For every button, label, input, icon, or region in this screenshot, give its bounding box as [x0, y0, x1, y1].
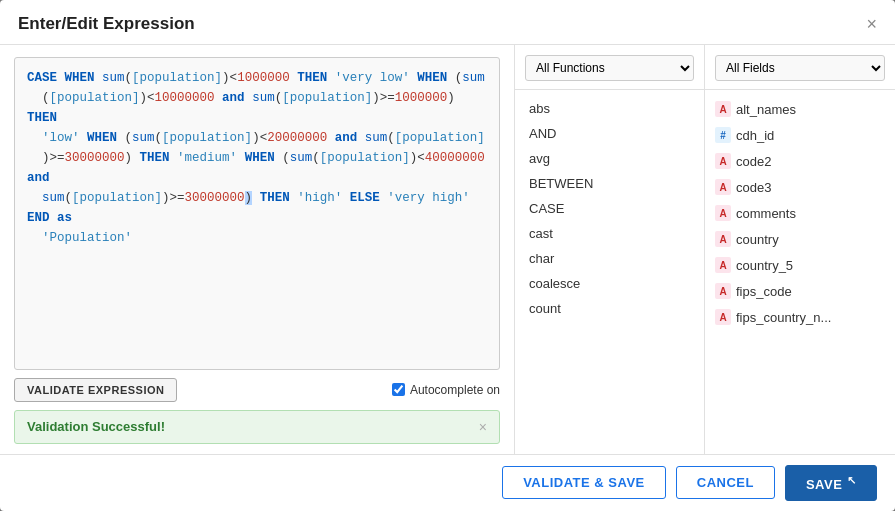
- field-type-icon-text: A: [715, 153, 731, 169]
- editor-bottom: VALIDATE EXPRESSION Autocomplete on: [14, 378, 500, 402]
- field-type-icon-num: #: [715, 127, 731, 143]
- field-item-cdh-id[interactable]: # cdh_id: [705, 122, 895, 148]
- function-item-char[interactable]: char: [515, 246, 704, 271]
- save-label: SAVE: [806, 477, 842, 492]
- field-name-comments: comments: [736, 206, 796, 221]
- function-item-between[interactable]: BETWEEN: [515, 171, 704, 196]
- function-item-avg[interactable]: avg: [515, 146, 704, 171]
- field-name-code2: code2: [736, 154, 771, 169]
- modal-title: Enter/Edit Expression: [18, 14, 195, 34]
- cursor-icon: [847, 477, 857, 492]
- editor-panel: CASE WHEN sum([population])<1000000 THEN…: [0, 45, 515, 454]
- field-item-fips-country-n[interactable]: A fips_country_n...: [705, 304, 895, 330]
- right-panels: All Functions abs AND avg BETWEEN CASE c…: [515, 45, 895, 454]
- field-name-alt-names: alt_names: [736, 102, 796, 117]
- field-name-fips-country-n: fips_country_n...: [736, 310, 831, 325]
- autocomplete-checkbox[interactable]: [392, 383, 405, 396]
- validation-close-button[interactable]: ×: [479, 419, 487, 435]
- field-item-code3[interactable]: A code3: [705, 174, 895, 200]
- field-name-cdh-id: cdh_id: [736, 128, 774, 143]
- field-item-code2[interactable]: A code2: [705, 148, 895, 174]
- field-type-icon-text: A: [715, 309, 731, 325]
- functions-panel-header: All Functions: [515, 45, 704, 90]
- functions-list: abs AND avg BETWEEN CASE cast char coale…: [515, 90, 704, 454]
- field-type-icon-text: A: [715, 283, 731, 299]
- fields-panel: All Fields A alt_names # cdh_id A code2: [705, 45, 895, 454]
- function-item-coalesce[interactable]: coalesce: [515, 271, 704, 296]
- function-item-and[interactable]: AND: [515, 121, 704, 146]
- function-item-abs[interactable]: abs: [515, 96, 704, 121]
- field-item-comments[interactable]: A comments: [705, 200, 895, 226]
- field-type-icon-text: A: [715, 231, 731, 247]
- functions-dropdown[interactable]: All Functions: [525, 55, 694, 81]
- field-name-country: country: [736, 232, 779, 247]
- field-type-icon-text: A: [715, 257, 731, 273]
- close-button[interactable]: ×: [866, 15, 877, 33]
- field-item-country[interactable]: A country: [705, 226, 895, 252]
- field-item-fips-code[interactable]: A fips_code: [705, 278, 895, 304]
- modal-dialog: Enter/Edit Expression × CASE WHEN sum([p…: [0, 0, 895, 511]
- autocomplete-label-text: Autocomplete on: [410, 383, 500, 397]
- functions-panel: All Functions abs AND avg BETWEEN CASE c…: [515, 45, 705, 454]
- function-item-cast[interactable]: cast: [515, 221, 704, 246]
- save-button[interactable]: SAVE: [785, 465, 877, 501]
- validation-success-banner: Validation Successful! ×: [14, 410, 500, 444]
- fields-panel-header: All Fields: [705, 45, 895, 90]
- modal-footer: VALIDATE & SAVE CANCEL SAVE: [0, 454, 895, 511]
- field-name-code3: code3: [736, 180, 771, 195]
- code-editor[interactable]: CASE WHEN sum([population])<1000000 THEN…: [14, 57, 500, 370]
- fields-list: A alt_names # cdh_id A code2 A code3: [705, 90, 895, 454]
- autocomplete-toggle[interactable]: Autocomplete on: [392, 383, 500, 397]
- function-item-case[interactable]: CASE: [515, 196, 704, 221]
- field-name-fips-code: fips_code: [736, 284, 792, 299]
- field-type-icon-text: A: [715, 179, 731, 195]
- function-item-count[interactable]: count: [515, 296, 704, 321]
- fields-dropdown[interactable]: All Fields: [715, 55, 885, 81]
- modal-body: CASE WHEN sum([population])<1000000 THEN…: [0, 45, 895, 454]
- field-name-country-5: country_5: [736, 258, 793, 273]
- field-item-country-5[interactable]: A country_5: [705, 252, 895, 278]
- validate-expression-button[interactable]: VALIDATE EXPRESSION: [14, 378, 177, 402]
- field-item-alt-names[interactable]: A alt_names: [705, 96, 895, 122]
- validation-message: Validation Successful!: [27, 419, 165, 434]
- field-type-icon-text: A: [715, 101, 731, 117]
- modal-header: Enter/Edit Expression ×: [0, 0, 895, 45]
- validate-save-button[interactable]: VALIDATE & SAVE: [502, 466, 666, 499]
- field-type-icon-text: A: [715, 205, 731, 221]
- cancel-button[interactable]: CANCEL: [676, 466, 775, 499]
